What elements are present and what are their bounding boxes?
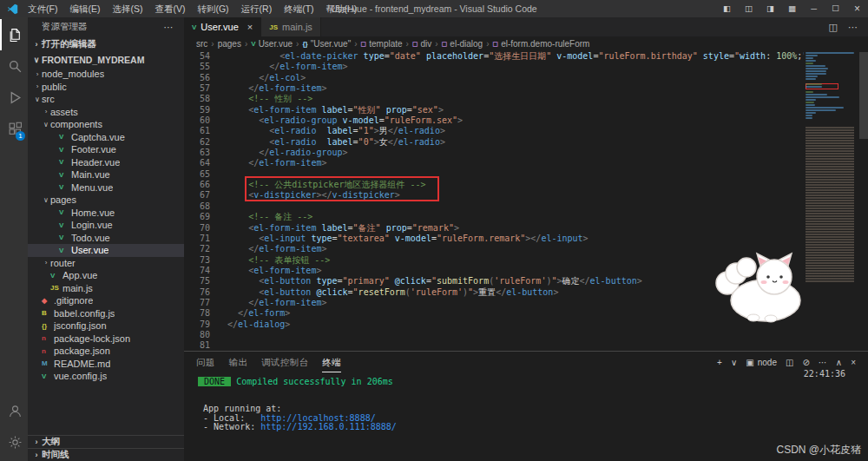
editor-tab-main.js[interactable]: JSmain.js xyxy=(261,17,321,36)
code-line-62[interactable]: 62 <el-radio label="0">女</el-radio> xyxy=(184,137,868,148)
tree-item-Todo.vue[interactable]: VTodo.vue xyxy=(28,232,184,245)
code-editor[interactable]: 54 <el-date-picker type="date" placehold… xyxy=(184,50,868,351)
explorer-icon[interactable] xyxy=(0,19,28,50)
tree-item-Captcha.vue[interactable]: VCaptcha.vue xyxy=(28,131,184,144)
menu-item-1[interactable]: 编辑(E) xyxy=(63,0,106,17)
terminal-instance-selector[interactable]: ▣node xyxy=(746,358,777,367)
tree-item-README.md[interactable]: MREADME.md xyxy=(28,358,184,371)
project-root-row[interactable]: ∨ FRONTEND_MYDREAM xyxy=(28,52,184,68)
more-actions-icon[interactable]: ⋯ xyxy=(819,358,827,367)
breadcrumb-item-3[interactable]: {}"User.vue" xyxy=(302,39,351,49)
breadcrumb-item-6[interactable]: ◻el-dialog xyxy=(442,39,483,49)
tree-item-assets[interactable]: ›assets xyxy=(28,106,184,119)
menu-item-4[interactable]: 转到(G) xyxy=(191,0,234,17)
breadcrumb-item-4[interactable]: ◻template xyxy=(361,39,403,49)
menu-item-5[interactable]: 运行(R) xyxy=(235,0,279,17)
scrollbar-thumb[interactable] xyxy=(859,52,868,139)
breadcrumb-item-0[interactable]: src xyxy=(196,39,207,49)
tree-item-label: Home.vue xyxy=(71,207,115,218)
timeline-section[interactable]: › 时间线 xyxy=(28,448,184,461)
tree-item-router[interactable]: ›router xyxy=(28,257,184,270)
minimize-icon[interactable]: ─ xyxy=(803,0,825,17)
code-line-64[interactable]: 64 </el-form-item> xyxy=(184,158,868,168)
maximize-icon[interactable]: ☐ xyxy=(825,0,846,17)
tree-item-babel.config.js[interactable]: Bbabel.config.js xyxy=(28,307,184,320)
new-terminal-icon[interactable]: + xyxy=(717,358,722,367)
code-line-81[interactable]: 81 xyxy=(184,340,868,351)
close-icon[interactable]: × xyxy=(846,0,868,17)
breadcrumb-item-2[interactable]: VUser.vue xyxy=(251,39,293,49)
code-line-70[interactable]: 70 <el-form-item label="备注" prop="remark… xyxy=(184,223,868,234)
code-line-69[interactable]: 69 <!-- 备注 --> xyxy=(184,212,868,222)
breadcrumb-item-7[interactable]: ◻el-form.demo-ruleForm xyxy=(493,39,590,49)
tree-item-Menu.vue[interactable]: VMenu.vue xyxy=(28,181,184,194)
extensions-icon[interactable]: 1 xyxy=(0,113,28,144)
editor-tab-User.vue[interactable]: VUser.vue× xyxy=(184,17,261,36)
terminal-link[interactable]: http://localhost:8888/ xyxy=(260,413,375,423)
kill-terminal-icon[interactable]: ⊘ xyxy=(802,358,809,367)
code-line-68[interactable]: 68 xyxy=(184,201,868,212)
launch-profile-icon[interactable]: ∨ xyxy=(731,358,737,367)
code-line-57[interactable]: 57 </el-form-item> xyxy=(184,83,868,94)
menu-item-6[interactable]: 终端(T) xyxy=(278,0,319,17)
panel-tab-0[interactable]: 问题 xyxy=(196,352,215,372)
code-line-58[interactable]: 58 <!-- 性别 --> xyxy=(184,94,868,104)
menu-item-0[interactable]: 文件(F) xyxy=(22,0,63,17)
settings-gear-icon[interactable] xyxy=(0,426,28,458)
menu-item-2[interactable]: 选择(S) xyxy=(106,0,148,17)
tree-item-package-lock.json[interactable]: npackage-lock.json xyxy=(28,333,184,346)
terminal-link[interactable]: http://192.168.0.111:8888/ xyxy=(260,422,397,431)
tree-item-package.json[interactable]: npackage.json xyxy=(28,345,184,358)
close-icon[interactable]: × xyxy=(247,22,253,32)
panel-tab-1[interactable]: 输出 xyxy=(229,352,248,372)
toggle-panel-icon[interactable]: ◫ xyxy=(738,0,760,17)
code-line-55[interactable]: 55 </el-form-item> xyxy=(184,62,868,72)
tree-item-Header.vue[interactable]: VHeader.vue xyxy=(28,156,184,169)
code-line-54[interactable]: 54 <el-date-picker type="date" placehold… xyxy=(184,51,868,62)
split-terminal-icon[interactable]: ◫ xyxy=(786,358,793,367)
customize-layout-icon[interactable]: ▦ xyxy=(781,0,803,17)
outline-section[interactable]: › 大纲 xyxy=(28,435,184,448)
code-line-63[interactable]: 63 </el-radio-group> xyxy=(184,148,868,158)
code-line-71[interactable]: 71 <el-input type="textarea" v-model="ru… xyxy=(184,234,868,244)
run-and-debug-icon[interactable] xyxy=(0,82,28,113)
code-line-61[interactable]: 61 <el-radio label="1">男</el-radio> xyxy=(184,126,868,136)
terminal-output[interactable]: DONE Compiled successfully in 206ms App … xyxy=(184,372,868,431)
panel-tab-3[interactable]: 终端 xyxy=(322,352,341,372)
open-editors-section[interactable]: › 打开的编辑器 xyxy=(28,36,184,52)
tree-item-Login.vue[interactable]: VLogin.vue xyxy=(28,219,184,232)
breadcrumb-item-1[interactable]: pages xyxy=(218,39,241,49)
tree-item-vue.config.js[interactable]: Vvue.config.js xyxy=(28,370,184,383)
minimap[interactable] xyxy=(804,50,859,351)
panel-tab-2[interactable]: 调试控制台 xyxy=(261,352,308,372)
toggle-sidebar-icon[interactable]: ◧ xyxy=(716,0,738,17)
tree-item-.gitignore[interactable]: ◆.gitignore xyxy=(28,294,184,307)
breadcrumb-item-5[interactable]: ◻div xyxy=(412,39,431,49)
code-line-59[interactable]: 59 <el-form-item label="性别" prop="sex"> xyxy=(184,105,868,115)
tree-item-jsconfig.json[interactable]: {}jsconfig.json xyxy=(28,319,184,333)
tree-item-Main.vue[interactable]: VMain.vue xyxy=(28,168,184,181)
code-line-56[interactable]: 56 </el-col> xyxy=(184,73,868,83)
chevron-right-icon: › xyxy=(31,438,42,446)
tree-item-pages[interactable]: ∨pages xyxy=(28,194,184,207)
account-icon[interactable] xyxy=(0,395,28,426)
tree-item-User.vue[interactable]: VUser.vue xyxy=(28,244,184,257)
split-editor-icon[interactable]: ◫ xyxy=(829,22,838,33)
tree-item-App.vue[interactable]: VApp.vue xyxy=(28,269,184,282)
tree-item-public[interactable]: ›public xyxy=(28,81,184,94)
more-actions-icon[interactable]: ⋯ xyxy=(848,22,858,33)
tree-item-node_modules[interactable]: ›node_modules xyxy=(28,68,184,81)
search-icon[interactable] xyxy=(0,50,28,82)
tree-item-main.js[interactable]: JSmain.js xyxy=(28,282,184,295)
code-line-80[interactable]: 80 xyxy=(184,330,868,340)
menu-item-3[interactable]: 查看(V) xyxy=(148,0,191,17)
maximize-panel-icon[interactable]: ∧ xyxy=(836,358,842,367)
tree-item-src[interactable]: ∨src xyxy=(28,93,184,106)
tree-item-components[interactable]: ∨components xyxy=(28,118,184,131)
tree-item-Footer.vue[interactable]: VFooter.vue xyxy=(28,143,184,156)
tree-item-Home.vue[interactable]: VHome.vue xyxy=(28,207,184,220)
code-line-60[interactable]: 60 <el-radio-group v-model="ruleForm.sex… xyxy=(184,115,868,126)
sidebar-more-actions-icon[interactable]: ⋯ xyxy=(164,22,185,32)
close-panel-icon[interactable]: × xyxy=(851,358,856,367)
toggle-secondary-sidebar-icon[interactable]: ◨ xyxy=(760,0,781,17)
